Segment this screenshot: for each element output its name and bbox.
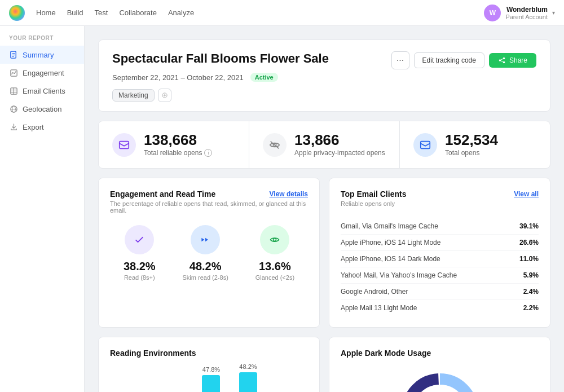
glance-percent: 13.6% bbox=[255, 260, 294, 273]
info-icon[interactable]: i bbox=[204, 149, 212, 157]
chevron-down-icon: ▾ bbox=[552, 10, 555, 16]
sidebar-item-summary-label: Summary bbox=[23, 51, 54, 59]
engagement-stats: 38.2% Read (8s+) 48.2% Skim read (2 bbox=[110, 225, 308, 281]
status-badge: Active bbox=[250, 73, 278, 82]
report-header: Spectacular Fall Blooms Flower Sale ··· … bbox=[98, 39, 550, 112]
nav-analyze[interactable]: Analyze bbox=[168, 8, 194, 17]
reliable-opens-number: 138,668 bbox=[144, 133, 212, 147]
sidebar-item-engagement[interactable]: Engagement bbox=[0, 64, 84, 82]
ec-name-4: Google Android, Other bbox=[341, 288, 408, 296]
total-opens-number: 152,534 bbox=[445, 133, 498, 147]
layout: Your Report Summary Engagement bbox=[0, 26, 564, 392]
skim-percent: 48.2% bbox=[183, 260, 228, 273]
engagement-read-stat: 38.2% Read (8s+) bbox=[124, 225, 156, 281]
logo[interactable] bbox=[9, 5, 25, 21]
report-title-row: Spectacular Fall Blooms Flower Sale ··· … bbox=[112, 51, 536, 69]
export-icon bbox=[9, 122, 18, 131]
privacy-opens-data: 13,866 Apple privacy-impacted opens bbox=[294, 133, 385, 157]
engagement-view-details-link[interactable]: View details bbox=[270, 190, 308, 198]
mobile-bar bbox=[239, 372, 257, 392]
ec-row-0: Gmail, Via Gmail's Image Cache 39.1% bbox=[341, 218, 539, 235]
nav-collaborate[interactable]: Collaborate bbox=[119, 8, 157, 17]
marketing-tag: Marketing bbox=[112, 89, 155, 102]
file-icon bbox=[9, 50, 18, 59]
ec-pct-5: 2.2% bbox=[523, 304, 539, 312]
total-opens-data: 152,534 Total opens bbox=[445, 133, 498, 157]
sidebar-item-summary[interactable]: Summary bbox=[0, 46, 84, 64]
ec-pct-1: 26.6% bbox=[519, 239, 539, 246]
share-label: Share bbox=[509, 56, 527, 64]
report-tags: Marketing bbox=[112, 89, 536, 102]
svg-point-13 bbox=[499, 59, 501, 61]
bar-webmail: 47.8% Webmail bbox=[199, 366, 223, 392]
ec-row-4: Google Android, Other 2.4% bbox=[341, 284, 539, 300]
ec-name-3: Yahoo! Mail, Via Yahoo's Image Cache bbox=[341, 271, 457, 279]
stat-total-opens: 152,534 Total opens bbox=[400, 121, 550, 168]
more-options-button[interactable]: ··· bbox=[391, 51, 409, 69]
ec-pct-3: 5.9% bbox=[523, 271, 539, 279]
nav-home[interactable]: Home bbox=[36, 8, 56, 17]
svg-line-16 bbox=[501, 61, 503, 62]
sidebar-item-email-clients-label: Email Clients bbox=[23, 87, 65, 95]
mobile-pct-label: 48.2% bbox=[239, 363, 257, 370]
total-opens-label: Total opens bbox=[445, 149, 498, 157]
ec-row-2: Apple iPhone, iOS 14 Dark Mode 11.0% bbox=[341, 251, 539, 267]
ec-pct-2: 11.0% bbox=[519, 255, 539, 263]
ec-name-5: Apple Mail 13 Light Mode bbox=[341, 304, 417, 312]
ec-name-1: Apple iPhone, iOS 14 Light Mode bbox=[341, 239, 440, 246]
privacy-opens-icon bbox=[263, 133, 287, 157]
engagement-glance-stat: 13.6% Glanced (<2s) bbox=[255, 225, 294, 281]
add-tag-button[interactable] bbox=[158, 89, 171, 102]
table-icon bbox=[9, 86, 18, 95]
sidebar-item-engagement-label: Engagement bbox=[23, 69, 64, 77]
svg-point-12 bbox=[503, 58, 505, 60]
report-title: Spectacular Fall Blooms Flower Sale bbox=[112, 51, 329, 66]
skim-label: Skim read (2-8s) bbox=[183, 274, 228, 281]
engagement-skim-stat: 48.2% Skim read (2-8s) bbox=[183, 225, 228, 281]
stat-reliable-opens: 138,668 Total reliable opens i bbox=[99, 121, 249, 168]
user-menu[interactable]: W Wonderblum Parent Account ▾ bbox=[484, 5, 555, 21]
nav-build[interactable]: Build bbox=[67, 8, 83, 17]
reading-environments-card: Reading Environments 3.9% Desktop 47.8% … bbox=[98, 337, 320, 392]
privacy-opens-label: Apple privacy-impacted opens bbox=[294, 149, 385, 157]
bottom-grid: Engagement and Read Time View details Th… bbox=[98, 178, 550, 392]
dark-mode-card: Apple Dark Mode Usage 🌙 29% bbox=[329, 337, 550, 392]
sidebar-item-email-clients[interactable]: Email Clients bbox=[0, 82, 84, 100]
svg-line-15 bbox=[501, 59, 503, 60]
svg-rect-20 bbox=[120, 141, 129, 148]
dark-mode-title: Apple Dark Mode Usage bbox=[341, 349, 539, 358]
sidebar-section-label: Your Report bbox=[0, 35, 84, 46]
nav-test[interactable]: Test bbox=[95, 8, 108, 17]
webmail-pct-label: 47.8% bbox=[202, 366, 220, 373]
read-percent: 38.2% bbox=[124, 260, 156, 273]
engagement-card-subtitle: The percentage of reliable opens that re… bbox=[110, 200, 308, 214]
username: Wonderblum bbox=[505, 6, 548, 14]
sidebar-item-export[interactable]: Export bbox=[0, 118, 84, 136]
globe-icon bbox=[9, 104, 18, 113]
engagement-icon bbox=[9, 68, 18, 77]
nav-links: Home Build Test Collaborate Analyze bbox=[36, 8, 484, 17]
report-meta: September 22, 2021 – October 22, 2021 Ac… bbox=[112, 73, 536, 82]
read-icon bbox=[125, 225, 154, 254]
email-clients-view-all-link[interactable]: View all bbox=[514, 190, 539, 198]
bar-mobile: 48.2% Mobile bbox=[239, 363, 257, 392]
svg-marker-24 bbox=[201, 238, 204, 242]
svg-rect-5 bbox=[10, 87, 16, 94]
svg-line-22 bbox=[271, 141, 279, 148]
user-info: Wonderblum Parent Account bbox=[505, 6, 548, 20]
reading-environments-title: Reading Environments bbox=[110, 349, 308, 358]
avatar: W bbox=[484, 5, 501, 21]
skim-icon bbox=[191, 225, 220, 254]
ec-row-3: Yahoo! Mail, Via Yahoo's Image Cache 5.9… bbox=[341, 267, 539, 284]
edit-tracking-button[interactable]: Edit tracking code bbox=[414, 52, 484, 68]
share-button[interactable]: Share bbox=[489, 53, 536, 68]
email-clients-title: Top Email Clients View all bbox=[341, 190, 539, 199]
ec-name-0: Gmail, Via Gmail's Image Cache bbox=[341, 222, 438, 230]
ec-name-2: Apple iPhone, iOS 14 Dark Mode bbox=[341, 255, 440, 263]
sidebar: Your Report Summary Engagement bbox=[0, 26, 85, 392]
total-opens-icon bbox=[413, 133, 437, 157]
ec-pct-0: 39.1% bbox=[519, 222, 539, 230]
svg-marker-25 bbox=[205, 238, 208, 242]
ec-pct-4: 2.4% bbox=[523, 288, 539, 296]
sidebar-item-geolocation[interactable]: Geolocation bbox=[0, 100, 84, 118]
